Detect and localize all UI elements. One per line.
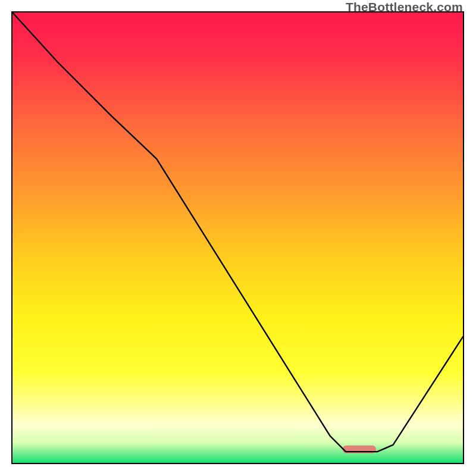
chart-frame: [11, 11, 464, 464]
gradient-background: [12, 12, 463, 463]
bottleneck-chart: [12, 12, 463, 463]
